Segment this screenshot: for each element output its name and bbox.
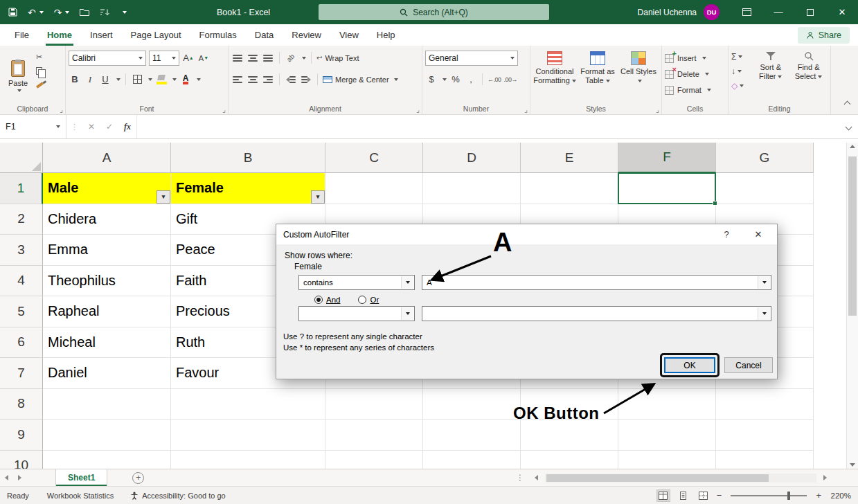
merge-center-button[interactable]: Merge & Center bbox=[323, 75, 398, 84]
zoom-percentage[interactable]: 220% bbox=[828, 492, 851, 500]
borders-button[interactable] bbox=[131, 72, 143, 87]
formula-input[interactable] bbox=[136, 115, 839, 138]
value1-chevron-icon[interactable] bbox=[758, 276, 770, 289]
confirm-entry-button[interactable]: ✓ bbox=[100, 122, 118, 132]
name-box[interactable]: F1 bbox=[0, 115, 66, 138]
cell-C8[interactable] bbox=[325, 389, 423, 420]
insert-function-button[interactable]: fx bbox=[118, 122, 136, 132]
or-radio[interactable]: Or bbox=[358, 296, 379, 304]
row-header-8[interactable]: 8 bbox=[0, 389, 43, 420]
font-color-chevron-icon[interactable] bbox=[197, 78, 201, 81]
scroll-left-button[interactable] bbox=[530, 475, 543, 480]
font-name-select[interactable]: Calibri bbox=[69, 51, 146, 66]
cut-button[interactable]: ✂ bbox=[36, 52, 44, 62]
cell-G10[interactable] bbox=[716, 451, 814, 469]
tab-review[interactable]: Review bbox=[283, 24, 330, 46]
operator2-dropdown[interactable] bbox=[298, 306, 415, 321]
font-size-select[interactable]: 11 bbox=[149, 51, 179, 66]
cell-B8[interactable] bbox=[171, 389, 325, 420]
copy-button[interactable] bbox=[36, 66, 44, 76]
cell-D9[interactable] bbox=[423, 420, 521, 451]
redo-chevron-icon[interactable] bbox=[65, 11, 69, 14]
align-left-button[interactable] bbox=[231, 72, 244, 87]
underline-button[interactable]: U bbox=[99, 72, 111, 87]
name-box-chevron-icon[interactable] bbox=[56, 125, 60, 128]
decrease-font-size-button[interactable]: A▼ bbox=[197, 51, 210, 66]
dialog-help-button[interactable]: ? bbox=[716, 224, 737, 244]
decrease-decimal-button[interactable]: .00→ bbox=[504, 72, 518, 87]
cell-A8[interactable] bbox=[43, 389, 171, 420]
increase-font-size-button[interactable]: A▲ bbox=[182, 51, 195, 66]
cell-G9[interactable] bbox=[716, 420, 814, 451]
cell-D8[interactable] bbox=[423, 389, 521, 420]
ribbon-display-options-button[interactable] bbox=[731, 0, 762, 24]
bold-button[interactable]: B bbox=[69, 72, 81, 87]
insert-cells-button[interactable]: Insert bbox=[665, 51, 711, 65]
find-select-button[interactable]: Find & Select bbox=[789, 48, 828, 103]
align-bottom-button[interactable] bbox=[262, 51, 274, 66]
align-right-button[interactable] bbox=[262, 72, 274, 87]
tab-help[interactable]: Help bbox=[368, 24, 404, 46]
search-box[interactable]: Search (Alt+Q) bbox=[319, 4, 549, 20]
cell-A7[interactable]: Daniel bbox=[43, 358, 171, 389]
cell-F9[interactable] bbox=[618, 420, 716, 451]
user-name[interactable]: Daniel Uchenna bbox=[638, 8, 697, 17]
avatar[interactable]: DU bbox=[704, 4, 720, 20]
value2-chevron-icon[interactable] bbox=[758, 307, 770, 320]
cell-F10[interactable] bbox=[618, 451, 716, 469]
borders-chevron-icon[interactable] bbox=[148, 78, 152, 81]
save-button[interactable] bbox=[4, 0, 21, 24]
fill-color-chevron-icon[interactable] bbox=[172, 78, 177, 81]
cell-A5[interactable]: Rapheal bbox=[43, 296, 171, 327]
horizontal-scrollbar[interactable] bbox=[528, 469, 834, 487]
sort-filter-button[interactable]: Sort & Filter bbox=[751, 48, 789, 103]
zoom-in-button[interactable]: + bbox=[816, 490, 821, 501]
zoom-slider-thumb[interactable] bbox=[787, 492, 790, 500]
accessibility-status-button[interactable]: Accessibility: Good to go bbox=[122, 492, 233, 500]
normal-view-button[interactable] bbox=[656, 489, 670, 502]
page-break-view-button[interactable] bbox=[697, 489, 710, 502]
share-button[interactable]: Share bbox=[798, 27, 850, 44]
cell-C1[interactable] bbox=[325, 173, 423, 204]
maximize-button[interactable] bbox=[794, 0, 826, 24]
sheet-tab-sheet1[interactable]: Sheet1 bbox=[55, 469, 107, 486]
format-painter-button[interactable] bbox=[36, 80, 44, 90]
accounting-chevron-icon[interactable] bbox=[443, 78, 447, 81]
redo-button[interactable]: ↷ bbox=[50, 0, 74, 24]
cell-A1[interactable]: Male▾ bbox=[43, 173, 171, 204]
zoom-slider[interactable] bbox=[731, 495, 807, 496]
sort-ascending-button[interactable] bbox=[96, 0, 114, 24]
collapse-ribbon-button[interactable] bbox=[845, 99, 850, 109]
cell-B9[interactable] bbox=[171, 420, 325, 451]
tab-scroll-splitter[interactable]: ⋮ bbox=[516, 473, 524, 483]
ok-button[interactable]: OK bbox=[664, 357, 715, 373]
orientation-chevron-icon[interactable] bbox=[302, 57, 306, 60]
scroll-up-button[interactable] bbox=[847, 145, 858, 148]
column-header-D[interactable]: D bbox=[423, 143, 521, 173]
undo-button[interactable]: ↶ bbox=[24, 0, 48, 24]
sheet-nav-left-button[interactable] bbox=[0, 475, 13, 480]
cell-F1[interactable] bbox=[618, 173, 716, 204]
cell-D1[interactable] bbox=[423, 173, 521, 204]
workbook-statistics-button[interactable]: Workbook Statistics bbox=[39, 492, 122, 500]
tab-view[interactable]: View bbox=[330, 24, 368, 46]
cell-F8[interactable] bbox=[618, 389, 716, 420]
cell-C9[interactable] bbox=[325, 420, 423, 451]
underline-chevron-icon[interactable] bbox=[116, 78, 120, 81]
operator2-chevron-icon[interactable] bbox=[401, 307, 413, 320]
open-file-button[interactable] bbox=[75, 0, 93, 24]
row-header-5[interactable]: 5 bbox=[0, 296, 43, 327]
cancel-entry-button[interactable]: ✕ bbox=[82, 122, 100, 132]
vertical-scrollbar-thumb[interactable] bbox=[848, 156, 857, 316]
horizontal-scrollbar-thumb[interactable] bbox=[546, 474, 769, 482]
accounting-format-button[interactable]: $ bbox=[425, 72, 438, 87]
minimize-button[interactable]: — bbox=[762, 0, 794, 24]
formula-bar-expand-button[interactable] bbox=[839, 125, 858, 129]
cell-E10[interactable] bbox=[521, 451, 618, 469]
and-radio[interactable]: And bbox=[314, 296, 340, 304]
number-format-select[interactable]: General bbox=[425, 51, 518, 66]
dialog-title-bar[interactable]: Custom AutoFilter ? ✕ bbox=[276, 224, 777, 244]
fill-button[interactable]: ↓ bbox=[731, 65, 751, 78]
scroll-down-button[interactable] bbox=[847, 463, 858, 467]
increase-decimal-button[interactable]: ←.00 bbox=[488, 72, 501, 87]
